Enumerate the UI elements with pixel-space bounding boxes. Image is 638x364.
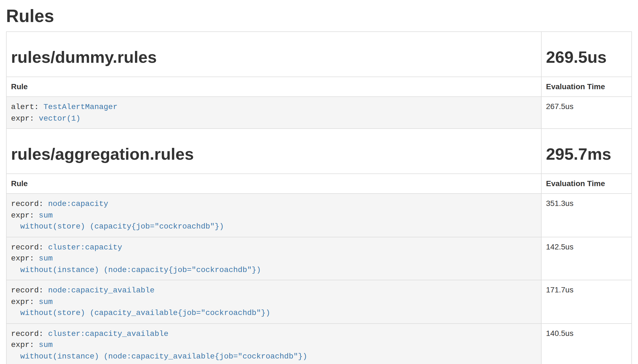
column-header-row: Rule Evaluation Time xyxy=(6,174,632,194)
rule-keyword: expr: xyxy=(11,340,39,349)
rule-expr-link[interactable]: sum without(store) (capacity{job="cockro… xyxy=(11,211,224,231)
rule-name-link[interactable]: node:capacity_available xyxy=(48,286,154,295)
rule-group-eval-time: 269.5us xyxy=(546,48,627,66)
rule-name-link[interactable]: cluster:capacity xyxy=(48,243,122,251)
rule-keyword: expr: xyxy=(11,114,39,123)
rule-eval-time: 267.5us xyxy=(541,97,632,129)
rule-keyword: record: xyxy=(11,286,48,295)
rule-definition: record: node:capacity_available expr: su… xyxy=(11,285,537,319)
rule-name-link[interactable]: TestAlertManager xyxy=(44,102,118,111)
rule-group-name-cell: rules/aggregation.rules xyxy=(6,129,541,174)
eval-time-column-header: Evaluation Time xyxy=(541,174,632,194)
column-header-row: Rule Evaluation Time xyxy=(6,77,632,97)
rule-row: record: cluster:capacity_available expr:… xyxy=(6,323,632,364)
page-container: Rules rules/dummy.rules 269.5us Rule Eva… xyxy=(0,0,638,364)
rule-row: record: cluster:capacity expr: sum witho… xyxy=(6,237,632,280)
rule-definition: record: cluster:capacity expr: sum witho… xyxy=(11,241,537,275)
rule-keyword: expr: xyxy=(11,254,39,263)
rule-row: record: node:capacity expr: sum without(… xyxy=(6,194,632,237)
rule-keyword: expr: xyxy=(11,211,39,219)
rule-definition: record: node:capacity expr: sum without(… xyxy=(11,198,537,232)
rule-group-name: rules/dummy.rules xyxy=(11,48,537,66)
rule-group-row: rules/dummy.rules 269.5us xyxy=(6,32,632,77)
rule-name-link[interactable]: cluster:capacity_available xyxy=(48,329,168,338)
rule-definition: record: cluster:capacity_available expr:… xyxy=(11,328,537,362)
rule-column-header: Rule xyxy=(6,174,541,194)
rule-group-eval-time-cell: 269.5us xyxy=(541,32,632,77)
rule-keyword: record: xyxy=(11,199,48,208)
rule-eval-time: 171.7us xyxy=(541,280,632,323)
rule-expr-link[interactable]: sum without(instance) (node:capacity_ava… xyxy=(11,340,307,360)
rule-name-link[interactable]: node:capacity xyxy=(48,199,108,208)
rule-definition-cell: record: node:capacity_available expr: su… xyxy=(6,280,541,323)
rule-keyword: alert: xyxy=(11,102,44,111)
rule-eval-time: 140.5us xyxy=(541,323,632,364)
rule-column-header: Rule xyxy=(6,77,541,97)
rule-eval-time: 351.3us xyxy=(541,194,632,237)
rules-table: rules/dummy.rules 269.5us Rule Evaluatio… xyxy=(6,31,632,364)
rule-definition-cell: alert: TestAlertManager expr: vector(1) xyxy=(6,97,541,129)
rule-keyword: expr: xyxy=(11,297,39,306)
rule-eval-time: 142.5us xyxy=(541,237,632,280)
rule-definition-cell: record: cluster:capacity expr: sum witho… xyxy=(6,237,541,280)
rule-group-eval-time: 295.7ms xyxy=(546,145,627,163)
rule-group-eval-time-cell: 295.7ms xyxy=(541,129,632,174)
rule-group-row: rules/aggregation.rules 295.7ms xyxy=(6,129,632,174)
rule-definition: alert: TestAlertManager expr: vector(1) xyxy=(11,101,537,124)
rule-definition-cell: record: cluster:capacity_available expr:… xyxy=(6,323,541,364)
rule-keyword: record: xyxy=(11,243,48,251)
rule-row: alert: TestAlertManager expr: vector(1) … xyxy=(6,97,632,129)
rule-definition-cell: record: node:capacity expr: sum without(… xyxy=(6,194,541,237)
rule-row: record: node:capacity_available expr: su… xyxy=(6,280,632,323)
rule-expr-link[interactable]: vector(1) xyxy=(39,114,80,123)
eval-time-column-header: Evaluation Time xyxy=(541,77,632,97)
rules-page: Rules rules/dummy.rules 269.5us Rule Eva… xyxy=(0,0,638,364)
rule-group-name: rules/aggregation.rules xyxy=(11,145,537,163)
rule-expr-link[interactable]: sum without(instance) (node:capacity{job… xyxy=(11,254,261,274)
rule-expr-link[interactable]: sum without(store) (capacity_available{j… xyxy=(11,297,270,317)
rule-keyword: record: xyxy=(11,329,48,338)
rule-group-name-cell: rules/dummy.rules xyxy=(6,32,541,77)
page-title: Rules xyxy=(6,7,632,26)
